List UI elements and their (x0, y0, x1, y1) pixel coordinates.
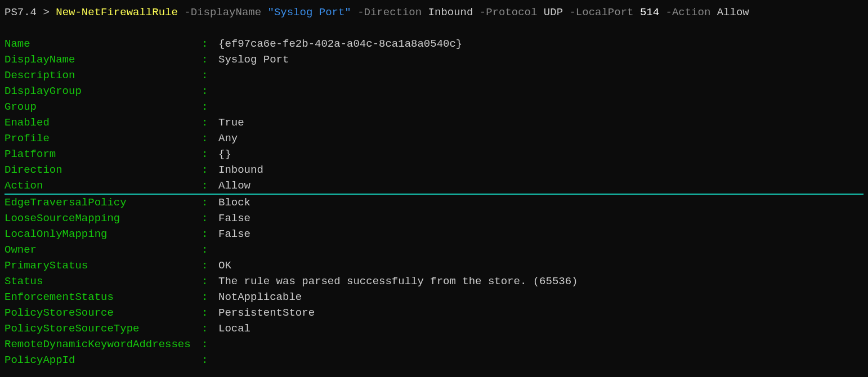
output-value: Any (213, 131, 238, 146)
output-key: Description (5, 68, 202, 83)
output-value: Syslog Port (213, 52, 289, 68)
output-colon: : (202, 242, 213, 258)
output-value: PersistentStore (213, 305, 315, 321)
output-key: LooseSourceMapping (5, 210, 202, 226)
param-value: "Syslog Port" (268, 6, 351, 19)
output-key: Group (5, 99, 202, 115)
output-key: EnforcementStatus (5, 289, 202, 305)
output-colon: : (202, 115, 213, 131)
output-value (213, 83, 218, 99)
output-value: Inbound (213, 162, 263, 178)
output-value: {} (213, 146, 231, 162)
output-value: {ef97ca6e-fe2b-402a-a04c-8ca1a8a0540c} (213, 36, 462, 52)
command-output: Name:{ef97ca6e-fe2b-402a-a04c-8ca1a8a054… (5, 36, 863, 368)
output-colon: : (202, 162, 213, 178)
param-value: 514 (640, 6, 659, 19)
output-value: Allow (213, 178, 250, 194)
output-colon: : (202, 195, 213, 210)
output-row: Status:The rule was parsed successfully … (5, 273, 863, 289)
output-value: Local (213, 321, 250, 336)
output-row: DisplayGroup: (5, 83, 863, 99)
output-value: False (213, 226, 250, 242)
command-line[interactable]: PS7.4 > New-NetFirewallRule -DisplayName… (5, 5, 863, 20)
output-colon: : (202, 305, 213, 321)
output-row: DisplayName:Syslog Port (5, 52, 863, 68)
output-row: Enabled:True (5, 115, 863, 131)
output-colon: : (202, 178, 213, 194)
output-row: RemoteDynamicKeywordAddresses: (5, 336, 863, 352)
output-colon: : (202, 258, 213, 273)
output-colon: : (202, 131, 213, 146)
output-value: The rule was parsed successfully from th… (213, 273, 578, 289)
output-colon: : (202, 352, 213, 368)
output-row: PolicyStoreSource:PersistentStore (5, 305, 863, 321)
output-value: Block (213, 195, 250, 210)
output-colon: : (202, 99, 213, 115)
prompt-separator: > (43, 6, 49, 19)
output-row: LocalOnlyMapping:False (5, 226, 863, 242)
cmdlet-name: New-NetFirewallRule (56, 6, 178, 19)
output-key: LocalOnlyMapping (5, 226, 202, 242)
output-row: Platform:{} (5, 146, 863, 162)
output-row: Owner: (5, 242, 863, 258)
output-colon: : (202, 273, 213, 289)
output-row: Profile:Any (5, 131, 863, 146)
output-colon: : (202, 226, 213, 242)
output-key: Owner (5, 242, 202, 258)
output-key: DisplayName (5, 52, 202, 68)
output-row: EdgeTraversalPolicy:Block (5, 195, 863, 210)
output-key: PolicyAppId (5, 352, 202, 368)
output-key: Name (5, 36, 202, 52)
output-key: PolicyStoreSourceType (5, 321, 202, 336)
output-row: PolicyAppId: (5, 352, 863, 368)
output-key: Platform (5, 146, 202, 162)
output-key: EdgeTraversalPolicy (5, 195, 202, 210)
output-row: LooseSourceMapping:False (5, 210, 863, 226)
output-key: Action (5, 178, 202, 194)
output-row: Description: (5, 68, 863, 83)
output-key: Status (5, 273, 202, 289)
param-value: Allow (717, 6, 749, 19)
output-colon: : (202, 146, 213, 162)
output-colon: : (202, 321, 213, 336)
output-colon: : (202, 68, 213, 83)
output-colon: : (202, 83, 213, 99)
output-key: RemoteDynamicKeywordAddresses: (5, 336, 213, 352)
output-key: Direction (5, 162, 202, 178)
output-colon: : (202, 289, 213, 305)
param-flag: -Protocol (473, 6, 543, 19)
shell-version: PS7.4 (5, 6, 37, 19)
output-row: PolicyStoreSourceType:Local (5, 321, 863, 336)
output-value (213, 352, 218, 368)
output-row: Name:{ef97ca6e-fe2b-402a-a04c-8ca1a8a054… (5, 36, 863, 52)
output-key: PolicyStoreSource (5, 305, 202, 321)
output-value: False (213, 210, 250, 226)
output-key: Enabled (5, 115, 202, 131)
output-key: PrimaryStatus (5, 258, 202, 273)
param-flag: -Direction (351, 6, 428, 19)
output-colon: : (202, 210, 213, 226)
output-row: Direction:Inbound (5, 162, 863, 178)
output-value (213, 68, 218, 83)
output-value (213, 336, 218, 352)
output-value: NotApplicable (213, 289, 302, 305)
output-colon: : (202, 36, 213, 52)
output-row: Group: (5, 99, 863, 115)
output-row: PrimaryStatus:OK (5, 258, 863, 273)
output-value: OK (213, 258, 231, 273)
param-flag: -DisplayName (184, 6, 267, 19)
output-row: EnforcementStatus:NotApplicable (5, 289, 863, 305)
output-row: Action:Allow (5, 178, 863, 195)
param-value: UDP (544, 6, 563, 19)
output-key: DisplayGroup (5, 83, 202, 99)
output-value: True (213, 115, 244, 131)
output-colon: : (202, 52, 213, 68)
param-value: Inbound (428, 6, 473, 19)
param-flag: -Action (659, 6, 717, 19)
output-value (213, 99, 218, 115)
param-flag: -LocalPort (563, 6, 640, 19)
output-value (213, 242, 218, 258)
output-key: Profile (5, 131, 202, 146)
